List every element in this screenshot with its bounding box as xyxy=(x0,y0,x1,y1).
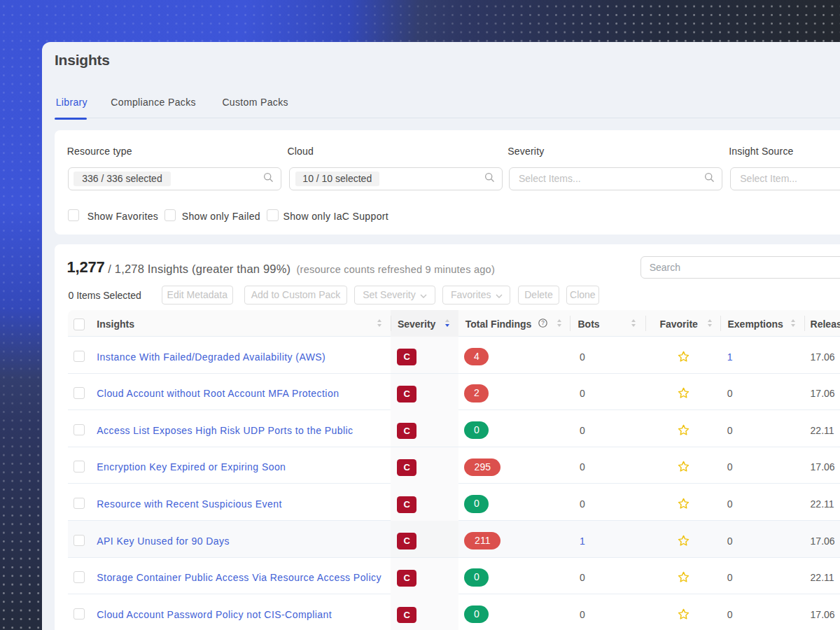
svg-text:?: ? xyxy=(542,321,545,327)
